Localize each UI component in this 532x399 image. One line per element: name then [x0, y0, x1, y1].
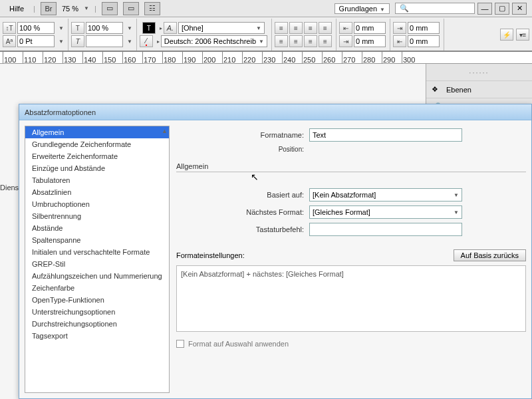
flash-icon[interactable]: ⚡	[500, 29, 513, 41]
horizontal-ruler: 1001101201301401501601701801902002102202…	[0, 52, 532, 64]
view-mode-2-icon[interactable]: ▭	[123, 2, 139, 15]
panel-ebenen[interactable]: ❖ Ebenen	[426, 81, 532, 98]
view-mode-3-icon[interactable]: ☷	[144, 2, 160, 15]
indent-left-icon[interactable]: ⇤	[339, 22, 352, 34]
shortcut-input[interactable]	[309, 223, 462, 236]
category-item[interactable]: Abstände	[25, 222, 169, 234]
char-style-t-icon[interactable]: T	[142, 22, 156, 34]
tracking-icon[interactable]: Aª	[3, 35, 16, 47]
basiert-select[interactable]: [Kein Absatzformat]▼	[309, 188, 462, 201]
next-format-select[interactable]: [Gleiches Format]▼	[309, 205, 462, 219]
indent-left-field[interactable]: 0 mm	[354, 22, 386, 34]
font-size-h-icon[interactable]: T	[71, 22, 84, 34]
ruler-tick: 240	[282, 52, 295, 64]
category-item[interactable]: Unterstreichungsoptionen	[25, 306, 169, 318]
ruler-tick: 260	[322, 52, 335, 64]
align-justify-icon[interactable]: ≡	[319, 22, 332, 34]
bridge-button[interactable]: Br	[41, 2, 57, 15]
zoom-value: 75 %	[62, 5, 78, 13]
category-item[interactable]: Durchstreichungsoptionen	[25, 318, 169, 330]
apply-to-selection-checkbox[interactable]	[176, 340, 184, 348]
category-item[interactable]: Allgemein	[25, 126, 169, 138]
ruler-tick: 130	[63, 52, 76, 64]
indent-firstline-icon[interactable]: ⇥	[339, 35, 352, 47]
maximize-button[interactable]: ▢	[495, 3, 509, 15]
ruler-tick: 150	[102, 52, 116, 64]
category-item[interactable]: Erweiterte Zeichenformate	[25, 150, 169, 162]
minimize-button[interactable]: —	[477, 3, 492, 15]
align-jr-icon[interactable]: ≡	[304, 35, 317, 47]
ruler-tick: 190	[182, 52, 196, 64]
category-item[interactable]: Einzüge und Abstände	[25, 162, 169, 174]
dialog-category-list[interactable]: ▲ AllgemeinGrundlegende ZeichenformateEr…	[25, 126, 170, 393]
category-item[interactable]: Aufzählungszeichen und Nummerierung	[25, 270, 169, 282]
align-right-icon[interactable]: ≡	[304, 22, 317, 34]
category-item[interactable]: Zeichenfarbe	[25, 282, 169, 294]
category-item[interactable]: Silbentrennung	[25, 210, 169, 222]
font-size-v-icon[interactable]: ↕T	[3, 22, 16, 34]
font-size-2-field[interactable]: 100 %	[86, 22, 123, 34]
category-item[interactable]: OpenType-Funktionen	[25, 294, 169, 306]
search-input[interactable]: 🔍	[395, 3, 475, 14]
tracking-field[interactable]: 0 Pt	[17, 35, 55, 47]
ruler-tick: 160	[122, 52, 136, 64]
category-item[interactable]: Tagsexport	[25, 330, 169, 342]
dialog-title: Absatzformatoptionen	[19, 104, 531, 120]
skew-field[interactable]	[86, 35, 123, 47]
align-jl-icon[interactable]: ≡	[275, 35, 288, 47]
close-button[interactable]: ✕	[512, 3, 527, 15]
zoom-level[interactable]: 75 %▼	[62, 5, 89, 13]
menu-expand-icon[interactable]: ▾≡	[516, 29, 529, 41]
settings-label: Formateinstellungen:	[176, 251, 245, 259]
reset-to-base-button[interactable]: Auf Basis zurücks	[454, 249, 526, 261]
indent-lastline-field[interactable]: 0 mm	[408, 35, 440, 47]
next-format-label: Nächstes Format:	[176, 208, 309, 216]
align-center-icon[interactable]: ≡	[289, 22, 303, 34]
char-style-select[interactable]: [Ohne]▼	[178, 22, 265, 34]
workspace-value: Grundlagen	[339, 5, 378, 13]
category-item[interactable]: Absatzlinien	[25, 186, 169, 198]
stroke-icon[interactable]: ⁄	[140, 35, 153, 47]
align-jc-icon[interactable]: ≡	[289, 35, 303, 47]
ruler-tick: 270	[342, 52, 355, 64]
ruler-tick: 180	[162, 52, 176, 64]
category-item[interactable]: Initialen und verschachtelte Formate	[25, 246, 169, 258]
language-select[interactable]: Deutsch: 2006 Rechtschreib▼	[161, 35, 267, 47]
shortcut-label: Tastaturbefehl:	[176, 225, 309, 233]
category-item[interactable]: Tabulatoren	[25, 174, 169, 186]
layers-icon: ❖	[432, 85, 442, 94]
indent-right-field[interactable]: 0 mm	[408, 22, 440, 34]
apply-to-selection-label: Format auf Auswahl anwenden	[188, 340, 289, 348]
workspace-select[interactable]: Grundlagen▼	[334, 3, 390, 14]
formatname-label: Formatname:	[176, 131, 309, 139]
panel-collapse[interactable]: ∙∙∙∙∙∙	[426, 64, 532, 81]
category-item[interactable]: GREP-Stil	[25, 258, 169, 270]
ruler-tick: 290	[382, 52, 395, 64]
skew-icon[interactable]: T	[71, 35, 84, 47]
indent-lastline-icon[interactable]: ⇤	[393, 35, 406, 47]
category-item[interactable]: Grundlegende Zeichenformate	[25, 138, 169, 150]
panel-ebenen-label: Ebenen	[446, 86, 471, 94]
ruler-tick: 120	[43, 52, 56, 64]
ruler-tick: 280	[362, 52, 375, 64]
indent-right-icon[interactable]: ⇥	[393, 22, 406, 34]
ruler-tick: 140	[82, 52, 96, 64]
scroll-up-icon[interactable]: ▲	[162, 128, 168, 134]
menu-help[interactable]: Hilfe	[5, 3, 28, 14]
view-mode-1-icon[interactable]: ▭	[102, 2, 118, 15]
next-format-value: [Gleiches Format]	[313, 208, 370, 216]
settings-summary: [Kein Absatzformat] + nächstes: [Gleiche…	[176, 265, 526, 332]
ruler-tick: 110	[23, 52, 36, 64]
ruler-tick: 100	[3, 52, 16, 64]
dialog-main: Formatname: Text Position: Allgemein Bas…	[176, 126, 526, 393]
align-jf-icon[interactable]: ≡	[319, 35, 332, 47]
char-style-a-icon[interactable]: A.	[164, 22, 177, 34]
basiert-label: Basiert auf:	[176, 191, 309, 199]
formatname-input[interactable]: Text	[309, 128, 462, 142]
language-value: Deutsch: 2006 Rechtschreib	[164, 37, 256, 45]
indent-firstline-field[interactable]: 0 mm	[354, 35, 386, 47]
category-item[interactable]: Spaltenspanne	[25, 234, 169, 246]
align-left-icon[interactable]: ≡	[275, 22, 288, 34]
font-size-1-field[interactable]: 100 %	[17, 22, 55, 34]
category-item[interactable]: Umbruchoptionen	[25, 198, 169, 210]
